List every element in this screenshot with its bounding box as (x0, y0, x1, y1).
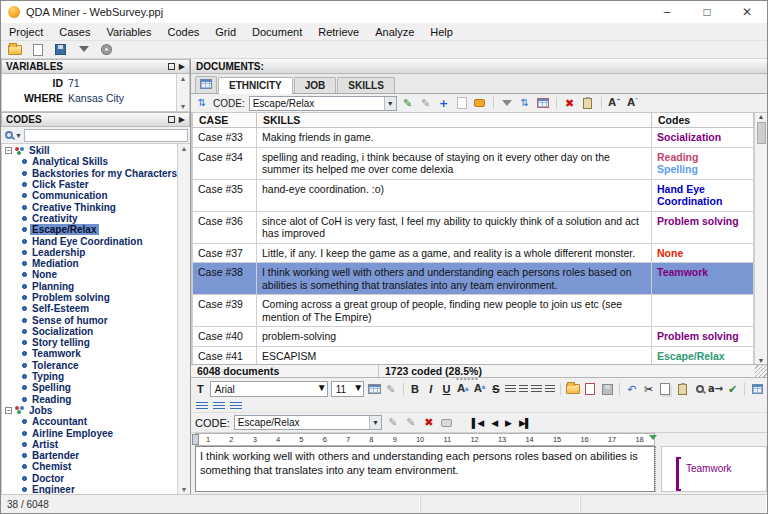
column-header-codes[interactable]: Codes (652, 113, 754, 128)
table-scrollbar[interactable]: ▲▼ (754, 113, 767, 364)
tree-item-bartender[interactable]: Bartender (2, 450, 177, 461)
panel-menu-icon[interactable]: ▶ (179, 62, 185, 71)
tree-item-backstories-for-my-characters[interactable]: Backstories for my Characters (2, 168, 177, 179)
remove-coding-icon[interactable]: ✖ (422, 416, 436, 430)
align-right-icon[interactable] (531, 385, 542, 394)
tree-item-mediation[interactable]: Mediation (2, 258, 177, 269)
properties-icon[interactable] (750, 382, 764, 396)
filter-icon[interactable] (76, 43, 91, 56)
next-record-icon[interactable]: ▶ (505, 418, 511, 428)
tree-item-click-faster[interactable]: Click Faster (2, 179, 177, 190)
table-row[interactable]: Case #34spelling and reading, i think be… (193, 147, 754, 179)
code-highlight-icon[interactable]: ✎ (401, 96, 415, 110)
tree-item-self-esteem[interactable]: Self-Esteem (2, 303, 177, 314)
collapse-icon[interactable]: − (5, 147, 12, 154)
menu-item-grid[interactable]: Grid (207, 26, 244, 38)
code-tag-spelling[interactable]: Spelling (657, 163, 748, 176)
underline-icon[interactable]: U (440, 383, 453, 395)
tree-item-tolerance[interactable]: Tolerance (2, 360, 177, 371)
tree-item-airline-employee[interactable]: Airline Employee (2, 427, 177, 438)
scrollbar-thumb[interactable] (757, 122, 766, 144)
close-button[interactable]: ✕ (727, 1, 767, 23)
code-tag-teamwork[interactable]: Teamwork (657, 266, 748, 279)
tree-item-artist[interactable]: Artist (2, 439, 177, 450)
document-text-editor[interactable]: I think working well with others and und… (195, 446, 655, 492)
table-row[interactable]: Case #41ESCAPISMEscape/Relax (193, 346, 754, 364)
tree-item-hand-eye-coordination[interactable]: Hand Eye Coordination (2, 235, 177, 246)
tab-grid-view[interactable] (195, 76, 217, 93)
tree-item-creativity[interactable]: Creativity (2, 213, 177, 224)
table-report-icon[interactable] (536, 96, 550, 110)
tree-item-accountant[interactable]: Accountant (2, 416, 177, 427)
tree-item-analytical-skills[interactable]: Analytical Skills (2, 156, 177, 167)
tree-item-escape-relax[interactable]: Escape/Relax (2, 224, 177, 235)
font-increase-icon[interactable]: A^ (608, 96, 622, 110)
justify-icon[interactable] (545, 385, 556, 394)
comment-icon[interactable] (473, 96, 487, 110)
open-project-icon[interactable] (7, 43, 22, 56)
tree-item-teamwork[interactable]: Teamwork (2, 348, 177, 359)
table-row[interactable]: Case #40problem-solvingProblem solving (193, 327, 754, 347)
print-icon[interactable] (600, 382, 614, 396)
font-size-select[interactable]: 11 ▼ (331, 381, 364, 397)
tab-ethnicity[interactable]: ETHNICITY (218, 77, 293, 94)
sort-cases-icon[interactable]: ⇅ (195, 96, 209, 110)
tree-item-doctor[interactable]: Doctor (2, 473, 177, 484)
tree-item-chemist[interactable]: Chemist (2, 461, 177, 472)
settings-gear-icon[interactable] (99, 43, 114, 56)
undo-icon[interactable]: ↶ (625, 382, 639, 396)
table-row[interactable]: Case #35hand-eye coordination. :o)Hand E… (193, 179, 754, 211)
table-row[interactable]: Case #33Making friends in game.Socializa… (193, 128, 754, 148)
table-row[interactable]: Case #36since alot of CoH is very fast, … (193, 211, 754, 243)
font-name-select[interactable]: Arial ▼ (210, 381, 328, 397)
menu-item-cases[interactable]: Cases (51, 26, 98, 38)
tree-item-communication[interactable]: Communication (2, 190, 177, 201)
indent-increase-icon[interactable] (213, 402, 225, 411)
tree-group-skill[interactable]: −Skill (2, 145, 177, 156)
code-tag-escape-relax[interactable]: Escape/Relax (657, 350, 748, 363)
align-left-icon[interactable] (505, 385, 516, 394)
code-pen-icon[interactable]: ✎ (386, 416, 400, 430)
resize-grip[interactable] (755, 365, 767, 377)
highlighter-icon[interactable]: ✎ (384, 382, 398, 396)
menu-item-codes[interactable]: Codes (159, 26, 207, 38)
menu-item-project[interactable]: Project (1, 26, 51, 38)
tree-item-story-telling[interactable]: Story telling (2, 337, 177, 348)
maximize-panel-icon[interactable] (168, 116, 175, 123)
code-pen-icon[interactable]: ✎ (419, 96, 433, 110)
indent-decrease-icon[interactable] (230, 402, 242, 411)
column-header-case[interactable]: CASE (193, 113, 257, 128)
tree-item-leadership[interactable]: Leadership (2, 247, 177, 258)
code-tag-problem-solving[interactable]: Problem solving (657, 330, 748, 343)
first-record-icon[interactable]: ▌◀ (472, 418, 483, 428)
previous-record-icon[interactable]: ◀ (491, 418, 497, 428)
menu-item-analyze[interactable]: Analyze (367, 26, 422, 38)
collapse-icon[interactable]: − (5, 407, 12, 414)
maximize-panel-icon[interactable] (168, 63, 175, 70)
find-icon[interactable] (692, 382, 706, 396)
column-header-skills[interactable]: SKILLS (257, 113, 652, 128)
add-code-icon[interactable]: + (437, 96, 451, 110)
tree-item-problem-solving[interactable]: Problem solving (2, 292, 177, 303)
new-document-icon[interactable] (30, 43, 45, 56)
bold-icon[interactable]: B (409, 383, 422, 395)
table-row[interactable]: Case #39Coming across a great group of p… (193, 295, 754, 327)
remove-coding-icon[interactable]: ✖ (563, 96, 577, 110)
paste-clipboard-icon[interactable] (581, 96, 595, 110)
tree-item-typing[interactable]: Typing (2, 371, 177, 382)
code-dropdown[interactable]: Escape/Relax ▼ (249, 96, 397, 111)
maximize-button[interactable]: □ (687, 1, 727, 23)
variables-scrollbar[interactable]: ▲▼ (176, 74, 189, 111)
open-file-icon[interactable] (566, 382, 580, 396)
tree-item-reading[interactable]: Reading (2, 394, 177, 405)
sort-codes-icon[interactable]: ⇅ (518, 96, 532, 110)
spellcheck-icon[interactable]: ✔ (726, 382, 740, 396)
code-tag-none[interactable]: None (657, 247, 748, 260)
tree-group-jobs[interactable]: −Jobs (2, 405, 177, 416)
codes-tree-scrollbar[interactable]: ▲▼ (177, 144, 190, 494)
code-tag-reading[interactable]: Reading (657, 151, 748, 164)
font-style-icon[interactable]: T (194, 383, 207, 395)
search-options-caret-icon[interactable]: ▼ (15, 132, 22, 139)
align-center-icon[interactable] (519, 385, 528, 394)
editor-code-dropdown[interactable]: Escape/Relax ▼ (234, 415, 382, 430)
